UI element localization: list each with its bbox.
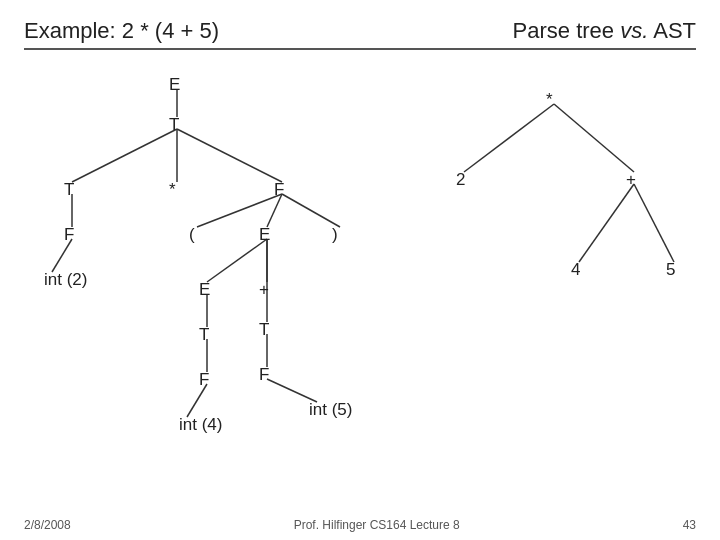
tree-node-lparen: (	[189, 225, 195, 245]
tree-node-F2: F	[64, 225, 74, 245]
footer-page: 43	[683, 518, 696, 532]
tree-node-two: 2	[456, 170, 465, 190]
svg-line-7	[282, 194, 340, 227]
parse-tree: ETT*FF(E)int (2)ET+TFFint (4)int (5)	[24, 60, 384, 490]
tree-node-E3: E	[199, 280, 210, 300]
tree-node-int4: int (4)	[179, 415, 222, 435]
svg-line-3	[177, 129, 282, 182]
tree-node-F: F	[274, 180, 284, 200]
ast-label: AST	[648, 18, 696, 43]
svg-line-1	[72, 129, 177, 182]
tree-node-E2: E	[259, 225, 270, 245]
vs-label: vs.	[620, 18, 648, 43]
svg-line-19	[579, 184, 634, 262]
tree-node-T3: T	[259, 320, 269, 340]
svg-line-5	[197, 194, 282, 227]
tree-node-F4: F	[259, 365, 269, 385]
parse-title: Parse tree vs. AST	[513, 18, 696, 44]
tree-node-star: *	[169, 180, 176, 200]
svg-line-18	[554, 104, 634, 172]
tree-node-E: E	[169, 75, 180, 95]
ast-lines	[396, 60, 696, 490]
footer-date: 2/8/2008	[24, 518, 71, 532]
tree-node-T4: T	[199, 325, 209, 345]
footer-caption: Prof. Hilfinger CS164 Lecture 8	[294, 518, 460, 532]
ast-diagram: *2+45	[396, 60, 696, 490]
svg-line-17	[464, 104, 554, 172]
tree-node-int2: int (2)	[44, 270, 87, 290]
tree-node-F3: F	[199, 370, 209, 390]
tree-node-five: 5	[666, 260, 675, 280]
footer: 2/8/2008 Prof. Hilfinger CS164 Lecture 8…	[0, 518, 720, 532]
tree-node-rparen: )	[332, 225, 338, 245]
tree-node-plus: +	[626, 170, 636, 190]
tree-node-star: *	[546, 90, 553, 110]
tree-node-T2: T	[64, 180, 74, 200]
tree-node-four: 4	[571, 260, 580, 280]
tree-node-plus: +	[259, 280, 269, 300]
svg-line-9	[207, 239, 267, 282]
svg-line-20	[634, 184, 674, 262]
example-title: Example: 2 * (4 + 5)	[24, 18, 219, 44]
header-row: Example: 2 * (4 + 5) Parse tree vs. AST	[24, 18, 696, 44]
tree-node-T: T	[169, 115, 179, 135]
parse-title-prefix: Parse tree	[513, 18, 621, 43]
content-area: ETT*FF(E)int (2)ET+TFFint (4)int (5) *2+…	[24, 60, 696, 490]
header-divider	[24, 48, 696, 50]
svg-line-16	[267, 379, 317, 402]
page: Example: 2 * (4 + 5) Parse tree vs. AST …	[0, 0, 720, 540]
tree-node-int5: int (5)	[309, 400, 352, 420]
